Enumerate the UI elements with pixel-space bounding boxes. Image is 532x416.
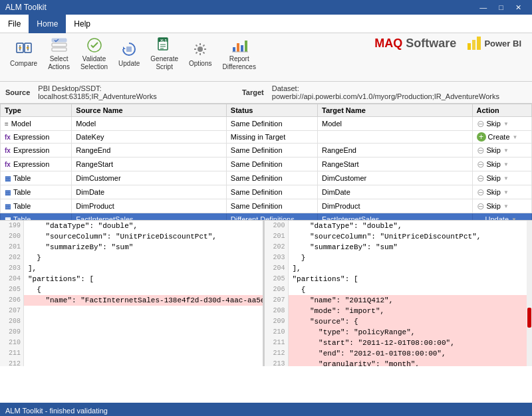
table-row[interactable]: ▦TableDimCustomerSame DefinitionDimCusto…: [1, 171, 532, 185]
line-number: 211: [0, 348, 24, 359]
line-number: 211: [265, 338, 289, 348]
line-content: "name": "FactInternetSales-138e4f2d-d30d…: [24, 295, 263, 306]
svg-rect-18: [237, 43, 239, 52]
cell-type: ▦Table: [1, 199, 72, 213]
svg-rect-9: [126, 47, 132, 52]
cell-source: RangeEnd: [72, 144, 227, 157]
line-number: 207: [0, 306, 24, 316]
data-table-wrapper[interactable]: Type Source Name Status Target Name Acti…: [0, 104, 532, 220]
code-line: 203 }: [265, 253, 527, 263]
cell-target: [318, 131, 473, 144]
cell-type: ▦Table: [1, 171, 72, 185]
cell-action[interactable]: ⊖Skip▼: [472, 185, 531, 199]
cell-type: ▦Table: [1, 185, 72, 199]
table-row[interactable]: fxExpressionRangeStartSame DefinitionRan…: [1, 157, 532, 171]
cell-type: fxExpression: [1, 131, 72, 144]
cell-action[interactable]: ⊖Skip▼: [472, 117, 531, 131]
table-row[interactable]: ▦TableDimDateSame DefinitionDimDate⊖Skip…: [1, 185, 532, 199]
line-number: 212: [0, 359, 24, 366]
tab-help[interactable]: Help: [66, 15, 98, 33]
cell-type: ≡Model: [1, 117, 72, 131]
cell-status: Missing in Target: [226, 131, 317, 144]
line-number: 201: [265, 231, 289, 242]
ribbon: File Home Help Compare: [0, 15, 532, 82]
line-content: "partitions": [: [24, 274, 263, 284]
cell-action[interactable]: ⊖Skip▼: [472, 171, 531, 185]
line-number: 200: [0, 231, 24, 242]
header-action[interactable]: Action: [472, 104, 531, 117]
code-line: 212 "end": "2012-01-01T08:00:00",: [265, 348, 527, 359]
app-title: ALM Toolkit: [5, 3, 47, 12]
close-button[interactable]: ✕: [510, 0, 527, 15]
code-line: 208 "mode": "import",: [265, 306, 527, 316]
code-line: 201 "summarizeBy": "sum": [0, 242, 263, 253]
minimize-button[interactable]: —: [474, 0, 492, 15]
compare-button[interactable]: Compare: [5, 36, 42, 72]
cell-type: fxExpression: [1, 157, 72, 171]
code-line: 208: [0, 316, 263, 327]
code-line: 210: [0, 338, 263, 348]
powerbi-text: Power BI: [484, 39, 521, 49]
options-button[interactable]: Options: [184, 36, 216, 72]
line-number: 210: [265, 327, 289, 338]
report-differences-icon: [230, 37, 249, 54]
code-line: 202 "summarizeBy": "sum": [265, 242, 527, 253]
select-actions-button[interactable]: SelectActions: [43, 36, 74, 72]
cell-action[interactable]: +Create▼: [472, 131, 531, 144]
source-label: Source: [5, 88, 30, 96]
code-line: 199 "dataType": "double",: [0, 221, 263, 231]
line-content: "end": "2012-01-01T08:00:00",: [289, 348, 527, 359]
svg-rect-4: [52, 39, 66, 42]
report-differences-button[interactable]: ReportDifferences: [218, 36, 261, 72]
cell-action[interactable]: ✎Update▼: [472, 213, 531, 221]
cell-type: ▦Table: [1, 213, 72, 221]
code-line: 209: [0, 327, 263, 338]
code-line: 212: [0, 359, 263, 366]
tab-home[interactable]: Home: [29, 15, 66, 33]
line-content: "start": "2011-12-01T08:00:00",: [289, 338, 527, 348]
select-actions-icon: [50, 37, 68, 54]
cell-action[interactable]: ⊖Skip▼: [472, 144, 531, 157]
tab-file[interactable]: File: [0, 15, 29, 33]
table-row[interactable]: ▦TableFactInternetSalesDifferent Definit…: [1, 213, 532, 221]
header-status[interactable]: Status: [226, 104, 317, 117]
header-type[interactable]: Type: [1, 104, 72, 117]
table-row[interactable]: fxExpressionRangeEndSame DefinitionRange…: [1, 144, 532, 157]
line-content: }: [24, 253, 263, 263]
svg-text:XLS: XLS: [160, 39, 167, 43]
table-row[interactable]: ▦TableDimProductSame DefinitionDimProduc…: [1, 199, 532, 213]
cell-action[interactable]: ⊖Skip▼: [472, 199, 531, 213]
line-number: 203: [0, 263, 24, 274]
code-pane-left[interactable]: 199 "dataType": "double",200 "sourceColu…: [0, 221, 263, 366]
code-line: 202 }: [0, 253, 263, 263]
line-number: 201: [0, 242, 24, 253]
header-source[interactable]: Source Name: [72, 104, 227, 117]
svg-rect-22: [467, 43, 471, 50]
line-content: [24, 306, 263, 316]
cell-status: Same Definition: [226, 185, 317, 199]
maximize-button[interactable]: □: [493, 0, 509, 15]
update-button[interactable]: Update: [114, 36, 144, 72]
cell-type: fxExpression: [1, 144, 72, 157]
svg-rect-24: [477, 37, 481, 50]
table-row[interactable]: ≡ModelModelSame DefinitionModel⊖Skip▼: [1, 117, 532, 131]
line-number: 207: [265, 295, 289, 306]
code-line: 211: [0, 348, 263, 359]
cell-target: DimProduct: [318, 199, 473, 213]
diff-scroll-indicator: [527, 221, 532, 366]
generate-script-button[interactable]: XLS GenerateScript: [146, 36, 183, 72]
data-table: Type Source Name Status Target Name Acti…: [0, 104, 532, 220]
validate-button[interactable]: ValidateSelection: [76, 36, 112, 72]
select-actions-label: SelectActions: [48, 55, 70, 71]
line-number: 209: [265, 316, 289, 327]
ribbon-content: Compare SelectActions Valida: [0, 33, 532, 81]
line-content: [24, 338, 263, 348]
cell-action[interactable]: ⊖Skip▼: [472, 157, 531, 171]
line-content: "summarizeBy": "sum": [24, 242, 263, 253]
code-line: 204"partitions": [: [0, 274, 263, 284]
header-target[interactable]: Target Name: [318, 104, 473, 117]
validate-icon: [85, 37, 104, 54]
code-pane-right[interactable]: 200 "dataType": "double",201 "sourceColu…: [263, 221, 527, 366]
target-value: Dataset: powerbi://api.powerbi.com/v1.0/…: [272, 84, 527, 100]
table-row[interactable]: fxExpressionDateKeyMissing in Target+Cre…: [1, 131, 532, 144]
